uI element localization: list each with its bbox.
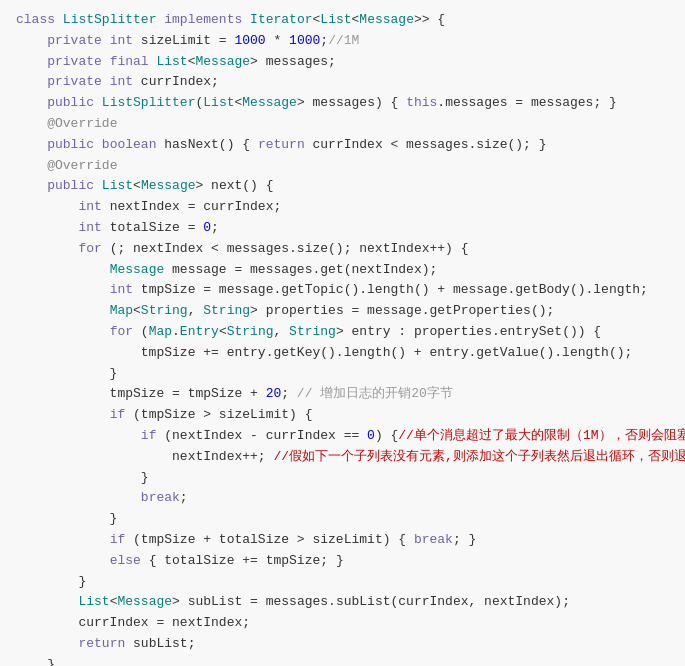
code-line: int tmpSize = message.getTopic().length(… <box>16 280 669 301</box>
code-line: if (nextIndex - currIndex == 0) {//单个消息超… <box>16 426 669 447</box>
code-line: nextIndex++; //假如下一个子列表没有元素,则添加这个子列表然后退出… <box>16 447 669 468</box>
code-line: public List<Message> next() { <box>16 176 669 197</box>
code-line: Map<String, String> properties = message… <box>16 301 669 322</box>
code-line: @Override <box>16 114 669 135</box>
code-line: tmpSize = tmpSize + 20; // 增加日志的开销20字节 <box>16 384 669 405</box>
code-line: } <box>16 509 669 530</box>
code-line: tmpSize += entry.getKey().length() + ent… <box>16 343 669 364</box>
code-line: class ListSplitter implements Iterator<L… <box>16 10 669 31</box>
code-line: private final List<Message> messages; <box>16 52 669 73</box>
code-container: class ListSplitter implements Iterator<L… <box>0 0 685 666</box>
code-line: break; <box>16 488 669 509</box>
code-line: return subList; <box>16 634 669 655</box>
code-line: @Override <box>16 156 669 177</box>
code-line: private int currIndex; <box>16 72 669 93</box>
code-line: } <box>16 572 669 593</box>
code-line: else { totalSize += tmpSize; } <box>16 551 669 572</box>
code-line: for (; nextIndex < messages.size(); next… <box>16 239 669 260</box>
code-line: Message message = messages.get(nextIndex… <box>16 260 669 281</box>
code-line: } <box>16 468 669 489</box>
code-line: } <box>16 364 669 385</box>
code-line: int nextIndex = currIndex; <box>16 197 669 218</box>
code-line: for (Map.Entry<String, String> entry : p… <box>16 322 669 343</box>
code-line: if (tmpSize + totalSize > sizeLimit) { b… <box>16 530 669 551</box>
code-line: public boolean hasNext() { return currIn… <box>16 135 669 156</box>
code-line: private int sizeLimit = 1000 * 1000;//1M <box>16 31 669 52</box>
code-line: if (tmpSize > sizeLimit) { <box>16 405 669 426</box>
code-line: } <box>16 655 669 666</box>
code-line: List<Message> subList = messages.subList… <box>16 592 669 613</box>
code-block: class ListSplitter implements Iterator<L… <box>16 10 669 666</box>
code-line: int totalSize = 0; <box>16 218 669 239</box>
code-line: currIndex = nextIndex; <box>16 613 669 634</box>
code-line: public ListSplitter(List<Message> messag… <box>16 93 669 114</box>
